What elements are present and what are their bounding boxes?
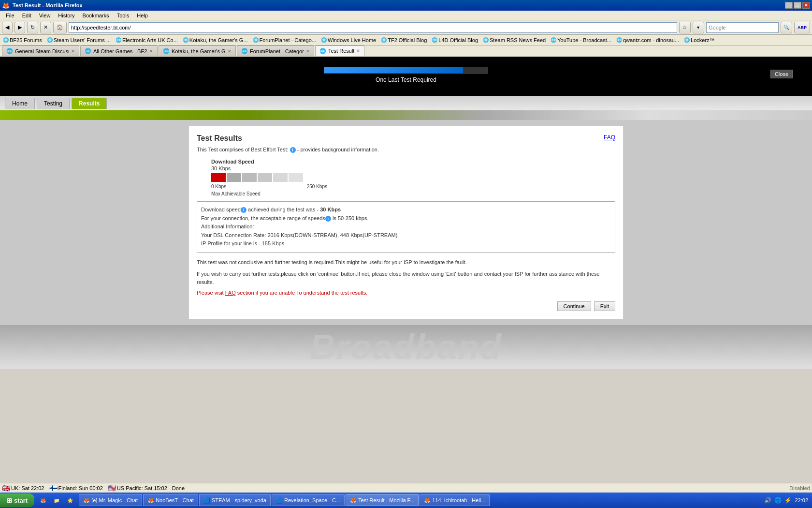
home-button[interactable]: 🏠: [53, 22, 67, 33]
quick-firefox-icon[interactable]: 🦊: [37, 494, 49, 506]
info-line5: IP Profile for your line is - 185 Kbps: [201, 239, 611, 248]
bookmark-2[interactable]: 🌐 Electronic Arts UK Co...: [115, 37, 179, 44]
title-bar: 🦊 Test Result - Mozilla Firefox _ □ ✕: [0, 0, 812, 11]
menu-bookmarks[interactable]: Bookmarks: [79, 12, 113, 19]
address-bar[interactable]: [69, 22, 677, 33]
menu-history[interactable]: History: [54, 12, 78, 19]
speed-scale: 0 Kbps 250 Kbps: [211, 184, 327, 189]
menu-view[interactable]: View: [35, 12, 55, 19]
tray-icon-2[interactable]: 🌐: [774, 497, 782, 504]
stop-button[interactable]: ✕: [40, 22, 51, 33]
start-button[interactable]: ⊞ start: [0, 493, 34, 507]
quick-icon-2[interactable]: 📁: [51, 494, 62, 506]
bookmark-10[interactable]: 🌐 qwantz.com - dinosau...: [615, 37, 680, 44]
forward-button[interactable]: ▶: [14, 22, 25, 33]
menu-edit[interactable]: Edit: [18, 12, 35, 19]
site-navigation: Home Testing Results: [0, 96, 812, 110]
tray-icon-1[interactable]: 🔊: [764, 497, 771, 504]
maximize-button[interactable]: □: [794, 2, 801, 9]
site-tab-results[interactable]: Results: [72, 98, 107, 109]
scale-min: 0 Kbps: [211, 184, 226, 189]
info-icon: i: [290, 147, 296, 153]
site-tab-testing[interactable]: Testing: [37, 98, 70, 109]
info-icon-3: i: [325, 216, 331, 222]
tab-2[interactable]: 🌐 Kotaku, the Gamer's Guide ✕: [159, 45, 236, 56]
results-box: FAQ Test Results This Test comprises of …: [188, 126, 624, 319]
continue-button[interactable]: Continue: [557, 301, 591, 311]
bookmark-1[interactable]: 🌐 Steam Users' Forums ...: [46, 37, 112, 44]
back-button[interactable]: ◀: [2, 22, 13, 33]
reload-button[interactable]: ↻: [27, 22, 38, 33]
menu-help[interactable]: Help: [133, 12, 152, 19]
window-title: Test Result - Mozilla Firefox: [13, 2, 785, 8]
taskbar-item-1[interactable]: 🦊 NooBesT - Chat: [143, 494, 198, 506]
taskbar-right: 🔊 🌐 ⚡ 22:02: [764, 497, 812, 504]
bookmark-icon-1: 🌐: [47, 37, 53, 43]
info-line1: Download speedi achieved during the test…: [201, 206, 611, 214]
speed-bar: [211, 173, 615, 182]
tab-1[interactable]: 🌐 All Other Games - BF25 Forums ✕: [80, 45, 158, 56]
bookmark-6[interactable]: 🌐 TF2 Official Blog: [380, 37, 428, 44]
status-finland: 🇫🇮 Finland: Sun 00:02: [49, 484, 103, 492]
faq-inline-link[interactable]: FAQ: [225, 290, 236, 296]
finland-flag: 🇫🇮: [49, 484, 58, 492]
tray-icon-3[interactable]: ⚡: [784, 497, 792, 504]
quick-launch: 🦊 📁 ⭐: [37, 494, 76, 506]
bookmark-9[interactable]: 🌐 YouTube - Broadcast...: [550, 37, 612, 44]
loading-text: One Last Test Required: [376, 76, 436, 83]
loading-row: [10, 67, 802, 74]
tab-close-3[interactable]: ✕: [306, 49, 310, 54]
faq-link[interactable]: FAQ: [604, 134, 615, 141]
firefox-icon: 🦊: [2, 2, 10, 9]
start-windows-icon: ⊞: [7, 497, 12, 504]
bookmark-icon-8: 🌐: [483, 37, 489, 43]
bookmark-11[interactable]: 🌐 Lockerz™: [683, 37, 716, 44]
bookmark-icon-10: 🌐: [616, 37, 622, 43]
google-search-input[interactable]: [706, 22, 779, 33]
tab-close-1[interactable]: ✕: [149, 49, 153, 54]
info-line3: Additional Information:: [201, 223, 611, 231]
bookmark-3[interactable]: 🌐 Kotaku, the Gamer's G...: [182, 37, 249, 44]
progress-bar-container: [324, 67, 488, 74]
bookmark-5[interactable]: 🌐 Windows Live Home: [320, 37, 377, 44]
speed-seg-2: [242, 173, 257, 182]
bookmarks-bar: 🌐 BF25 Forums 🌐 Steam Users' Forums ... …: [0, 35, 812, 45]
adblock-button[interactable]: ABP: [794, 22, 810, 33]
close-button[interactable]: ✕: [802, 2, 810, 9]
tab-close-4[interactable]: ✕: [356, 48, 360, 53]
loading-section: One Last Test Required Close: [0, 57, 812, 96]
bookmark-8[interactable]: 🌐 Steam RSS News Feed: [482, 37, 547, 44]
bookmark-icon-0: 🌐: [3, 37, 9, 43]
taskbar-item-4[interactable]: 🦊 Test Result - Mozilla F...: [346, 494, 419, 506]
page-content: One Last Test Required Close Home Testin…: [0, 57, 812, 416]
taskbar-icon-1: 🦊: [147, 497, 154, 504]
taskbar-icon-5: 🦊: [424, 497, 431, 504]
quick-icon-3[interactable]: ⭐: [64, 494, 76, 506]
bookmark-star[interactable]: ☆: [679, 22, 691, 33]
tab-close-0[interactable]: ✕: [71, 49, 75, 54]
taskbar-item-3[interactable]: 🟦 Revelation_Space - C...: [272, 494, 345, 506]
bookmark-icon-9: 🌐: [551, 37, 556, 43]
tab-4[interactable]: 🌐 Test Result ✕: [315, 45, 364, 56]
taskbar-item-2[interactable]: 🟦 STEAM - spidery_voda: [199, 494, 271, 506]
info-line2: For your connection, the acceptable rang…: [201, 214, 611, 223]
search-go-button[interactable]: 🔍: [781, 22, 792, 33]
bookmark-dropdown[interactable]: ▾: [693, 22, 704, 33]
minimize-button[interactable]: _: [785, 2, 793, 9]
site-tab-home[interactable]: Home: [5, 98, 35, 109]
menu-tools[interactable]: Tools: [113, 12, 133, 19]
bookmark-4[interactable]: 🌐 ForumPlanet - Catego...: [252, 37, 317, 44]
taskbar-items: 🦊 [e] Mr. Magic - Chat 🦊 NooBesT - Chat …: [79, 494, 764, 506]
taskbar-item-5[interactable]: 🦊 114. Ichitootah - Heli...: [420, 494, 490, 506]
menu-file[interactable]: File: [2, 12, 18, 19]
speed-seg-3: [258, 173, 272, 182]
loading-close-button[interactable]: Close: [770, 70, 793, 78]
bookmark-icon-6: 🌐: [381, 37, 387, 43]
tab-0[interactable]: 🌐 General Steam Discussion - Steam User.…: [2, 45, 79, 56]
exit-button[interactable]: Exit: [594, 301, 615, 311]
tab-close-2[interactable]: ✕: [228, 49, 232, 54]
bookmark-7[interactable]: 🌐 L4D Official Blog: [431, 37, 479, 44]
taskbar-item-0[interactable]: 🦊 [e] Mr. Magic - Chat: [79, 494, 142, 506]
tab-3[interactable]: 🌐 ForumPlanet - Categories ✕: [237, 45, 314, 56]
bookmark-0[interactable]: 🌐 BF25 Forums: [2, 37, 43, 44]
